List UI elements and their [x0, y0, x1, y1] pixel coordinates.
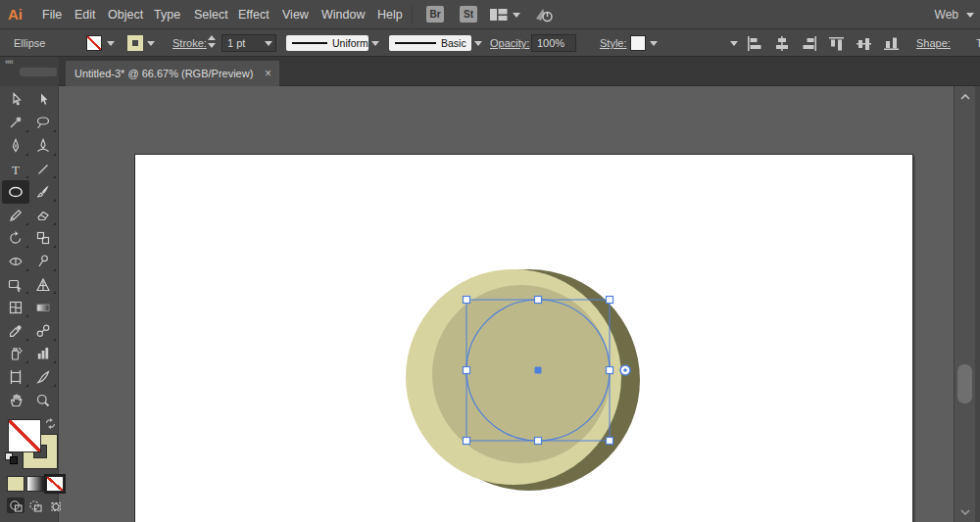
- document-tab-close-icon[interactable]: ×: [265, 67, 271, 80]
- shape-builder-tool[interactable]: [2, 273, 29, 297]
- default-fill-stroke-icon[interactable]: [5, 452, 19, 464]
- selection-handle-s[interactable]: [535, 438, 542, 445]
- stroke-weight-stepper[interactable]: [208, 35, 217, 51]
- vertical-scrollbar[interactable]: [954, 86, 975, 522]
- canvas[interactable]: [59, 86, 954, 522]
- width-profile-value: Uniform: [332, 35, 368, 51]
- transform-link-clipped[interactable]: Tr: [976, 37, 980, 49]
- menu-object[interactable]: Object: [108, 8, 143, 22]
- draw-behind-button[interactable]: [26, 498, 44, 513]
- width-profile-select[interactable]: Uniform: [286, 35, 368, 51]
- ellipse-tool[interactable]: [2, 180, 29, 204]
- fill-proxy-swatch[interactable]: [8, 419, 41, 452]
- stock-button[interactable]: St: [460, 6, 477, 23]
- arrange-documents-icon[interactable]: [489, 8, 509, 22]
- selection-handle-e[interactable]: [607, 367, 613, 374]
- none-button[interactable]: [46, 476, 64, 492]
- menu-select[interactable]: Select: [194, 8, 228, 22]
- collapse-panel-icon[interactable]: ««: [5, 57, 13, 67]
- line-segment-tool[interactable]: [29, 158, 57, 181]
- pen-tool[interactable]: [2, 134, 29, 158]
- align-bottom-icon[interactable]: [884, 36, 900, 51]
- column-graph-tool[interactable]: [29, 343, 57, 366]
- brush-chevron-icon[interactable]: [474, 41, 482, 46]
- eyedropper-tool[interactable]: [2, 319, 29, 343]
- document-tab[interactable]: Untitled-3* @ 66.67% (RGB/Preview) ×: [66, 61, 279, 86]
- pencil-tool[interactable]: [2, 204, 29, 227]
- workspace-switcher[interactable]: Web: [935, 8, 958, 22]
- selection-tool[interactable]: [2, 88, 29, 112]
- gradient-tool[interactable]: [29, 296, 57, 319]
- width-tool[interactable]: [2, 250, 29, 273]
- brush-definition-select[interactable]: Basic: [389, 35, 471, 51]
- type-tool[interactable]: T: [2, 158, 29, 181]
- default-stroke-square: [10, 456, 18, 464]
- select-similar-chevron-icon[interactable]: [730, 41, 738, 46]
- magic-wand-tool[interactable]: [2, 112, 29, 135]
- menu-window[interactable]: Window: [321, 8, 365, 22]
- blend-tool[interactable]: [29, 319, 57, 343]
- scroll-down-icon[interactable]: [958, 505, 972, 519]
- stroke-color-swatch[interactable]: [127, 35, 143, 51]
- scale-tool[interactable]: [29, 227, 57, 251]
- gradient-button[interactable]: [26, 476, 44, 492]
- rotate-tool[interactable]: [2, 227, 29, 251]
- selection-handle-sw[interactable]: [464, 438, 470, 445]
- eraser-tool[interactable]: [29, 204, 57, 227]
- selection-handle-ne[interactable]: [607, 297, 613, 304]
- align-vertical-center-icon[interactable]: [857, 36, 872, 51]
- stroke-chevron-icon[interactable]: [147, 41, 155, 46]
- direct-selection-tool[interactable]: [29, 88, 57, 112]
- lasso-tool[interactable]: [29, 112, 57, 135]
- fill-chevron-icon[interactable]: [107, 41, 115, 46]
- align-top-icon[interactable]: [829, 36, 845, 51]
- selection-handle-se[interactable]: [607, 438, 613, 445]
- menu-view[interactable]: View: [282, 8, 309, 22]
- selection-center-point[interactable]: [535, 367, 542, 374]
- scrollbar-thumb[interactable]: [957, 364, 972, 403]
- align-right-icon[interactable]: [802, 36, 817, 51]
- menu-edit[interactable]: Edit: [74, 8, 96, 22]
- width-profile-chevron-icon[interactable]: [371, 41, 379, 46]
- selection-handle-w[interactable]: [464, 367, 470, 374]
- selection-handle-nw[interactable]: [464, 297, 470, 304]
- perspective-grid-tool[interactable]: [29, 273, 57, 297]
- mesh-tool[interactable]: [2, 296, 29, 319]
- menu-help[interactable]: Help: [377, 8, 403, 22]
- hand-tool[interactable]: [2, 389, 29, 412]
- draw-inside-button[interactable]: [46, 498, 64, 513]
- tools-panel-header: ««: [0, 57, 59, 86]
- bridge-button[interactable]: Br: [426, 6, 444, 23]
- opacity-panel-link[interactable]: Opacity:: [490, 37, 529, 49]
- fill-color-swatch[interactable]: [86, 35, 102, 51]
- align-left-icon[interactable]: [747, 36, 762, 51]
- selection-handle-n[interactable]: [535, 297, 542, 304]
- scroll-up-icon[interactable]: [958, 90, 972, 104]
- swap-fill-stroke-icon[interactable]: [44, 417, 57, 430]
- stroke-weight-chevron-icon[interactable]: [265, 41, 272, 46]
- symbol-sprayer-tool[interactable]: [2, 343, 29, 366]
- tool-grid: T: [2, 88, 59, 411]
- curvature-tool[interactable]: [29, 134, 57, 158]
- opacity-value[interactable]: 100%: [531, 34, 576, 52]
- color-button[interactable]: [7, 476, 24, 492]
- menu-effect[interactable]: Effect: [238, 8, 270, 22]
- slice-tool[interactable]: [29, 365, 57, 389]
- workspace-chevron-icon[interactable]: [966, 13, 974, 18]
- graphic-style-swatch[interactable]: [630, 35, 646, 51]
- arrange-documents-chevron-icon[interactable]: [513, 13, 520, 18]
- align-horizontal-center-icon[interactable]: [774, 36, 790, 51]
- puppet-warp-tool[interactable]: [29, 250, 57, 273]
- artboard-tool[interactable]: [2, 365, 29, 389]
- style-panel-link[interactable]: Style:: [600, 37, 627, 49]
- touch-workspace-icon[interactable]: [533, 5, 555, 24]
- menu-file[interactable]: File: [42, 8, 62, 22]
- zoom-tool[interactable]: [29, 389, 57, 412]
- paintbrush-tool[interactable]: [29, 180, 57, 204]
- menu-type[interactable]: Type: [154, 8, 180, 22]
- stroke-panel-link[interactable]: Stroke:: [172, 37, 207, 49]
- shape-panel-link[interactable]: Shape:: [916, 37, 951, 49]
- tools-panel-grip[interactable]: [20, 68, 57, 76]
- style-chevron-icon[interactable]: [650, 41, 658, 46]
- draw-normal-button[interactable]: [7, 498, 24, 513]
